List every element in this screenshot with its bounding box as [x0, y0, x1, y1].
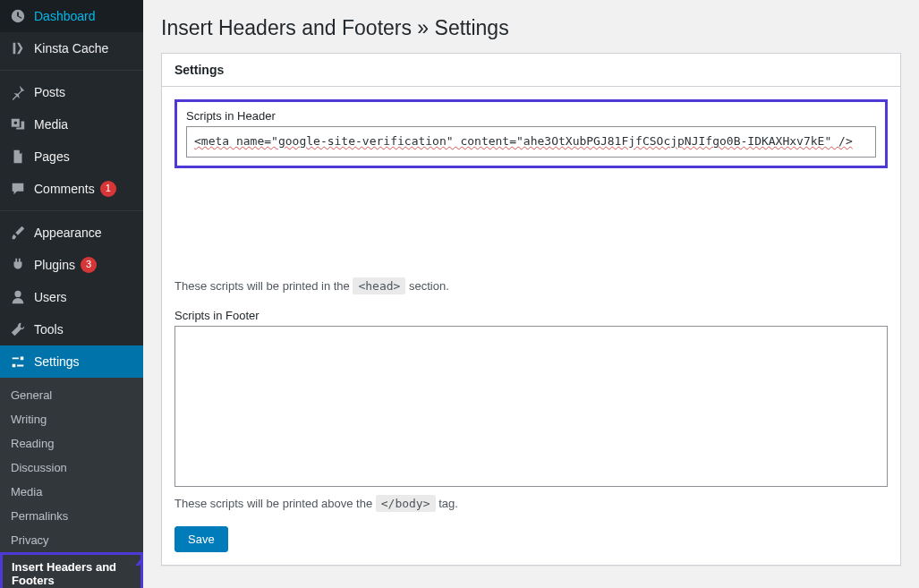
sliders-icon	[9, 353, 27, 371]
wrench-icon	[9, 320, 27, 338]
admin-sidebar: Dashboard Kinsta Cache Posts Media Pages…	[0, 0, 143, 588]
settings-panel: Settings Scripts in Header These scripts…	[161, 53, 901, 566]
submenu-item-writing[interactable]: Writing	[0, 407, 143, 431]
sidebar-item-plugins[interactable]: Plugins 3	[0, 249, 143, 281]
user-icon	[9, 288, 27, 306]
sidebar-item-label: Posts	[34, 85, 65, 99]
sidebar-item-label: Dashboard	[34, 9, 96, 23]
settings-submenu: General Writing Reading Discussion Media…	[0, 378, 143, 588]
sidebar-item-media[interactable]: Media	[0, 108, 143, 141]
footer-scripts-description: These scripts will be printed above the …	[174, 497, 888, 510]
sidebar-item-label: Appearance	[34, 226, 102, 240]
page-title: Insert Headers and Footers » Settings	[161, 9, 901, 53]
sidebar-item-dashboard[interactable]: Dashboard	[0, 0, 143, 32]
header-scripts-textarea[interactable]	[186, 126, 876, 158]
submenu-item-reading[interactable]: Reading	[0, 431, 143, 456]
submenu-item-media[interactable]: Media	[0, 480, 143, 504]
sidebar-item-appearance[interactable]: Appearance	[0, 217, 143, 249]
submenu-item-insert-headers-footers[interactable]: Insert Headers and Footers	[0, 552, 143, 588]
sidebar-item-kinsta-cache[interactable]: Kinsta Cache	[0, 32, 143, 64]
sidebar-item-tools[interactable]: Tools	[0, 313, 143, 345]
sidebar-item-label: Plugins	[34, 258, 75, 272]
plugin-icon	[9, 256, 27, 274]
submenu-item-general[interactable]: General	[0, 383, 143, 407]
submenu-item-permalinks[interactable]: Permalinks	[0, 504, 143, 528]
body-tag: </body>	[376, 495, 436, 512]
comment-icon	[9, 180, 27, 198]
plugins-badge: 3	[81, 257, 97, 272]
brush-icon	[9, 224, 27, 242]
save-button[interactable]: Save	[174, 526, 228, 552]
footer-scripts-textarea[interactable]	[174, 326, 888, 487]
sidebar-item-pages[interactable]: Pages	[0, 141, 143, 173]
kinsta-icon	[9, 39, 27, 57]
sidebar-item-label: Users	[34, 290, 67, 304]
settings-panel-heading: Settings	[162, 54, 900, 87]
header-scripts-highlight: Scripts in Header	[174, 99, 888, 168]
page-icon	[9, 148, 27, 166]
head-tag: <head>	[353, 277, 405, 294]
submenu-item-privacy[interactable]: Privacy	[0, 528, 143, 552]
sidebar-item-label: Tools	[34, 322, 64, 337]
menu-separator	[0, 210, 143, 211]
media-icon	[9, 115, 27, 133]
menu-separator	[0, 70, 143, 71]
sidebar-item-label: Media	[34, 117, 68, 132]
main-content: Insert Headers and Footers » Settings Se…	[143, 0, 919, 588]
sidebar-item-comments[interactable]: Comments 1	[0, 173, 143, 205]
header-scripts-description: These scripts will be printed in the <he…	[174, 279, 888, 293]
sidebar-item-label: Comments	[34, 182, 95, 196]
sidebar-item-label: Settings	[34, 354, 80, 369]
footer-scripts-label: Scripts in Footer	[174, 309, 888, 322]
sidebar-item-label: Pages	[34, 149, 70, 164]
sidebar-item-users[interactable]: Users	[0, 281, 143, 313]
sidebar-item-settings[interactable]: Settings	[0, 345, 143, 378]
dashboard-icon	[9, 7, 27, 25]
sidebar-item-label: Kinsta Cache	[34, 41, 108, 55]
sidebar-item-posts[interactable]: Posts	[0, 76, 143, 108]
comments-badge: 1	[100, 181, 116, 196]
pin-icon	[9, 83, 27, 101]
submenu-item-discussion[interactable]: Discussion	[0, 456, 143, 480]
header-scripts-label: Scripts in Header	[186, 109, 876, 123]
